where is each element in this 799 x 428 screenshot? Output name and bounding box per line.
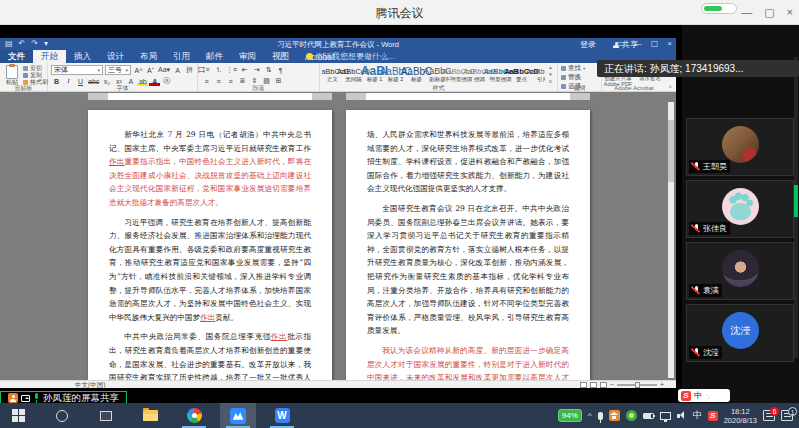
sign-in-button[interactable]: 登录 <box>580 38 596 51</box>
ribbon-tab[interactable]: 邮件 <box>198 50 231 63</box>
shrink-font-button[interactable]: Aˇ <box>145 65 156 75</box>
ribbon-tab[interactable]: 审阅 <box>231 50 264 63</box>
numbering-button[interactable]: ⒈ <box>213 65 224 75</box>
tell-me-search[interactable]: 告诉我您想要做什么... <box>306 50 395 63</box>
paste-button[interactable]: 粘贴 <box>3 65 21 85</box>
collapse-ribbon-button[interactable]: ˄ <box>668 84 672 90</box>
replace-button[interactable]: 替换 <box>561 74 601 82</box>
task-view-button[interactable] <box>88 403 124 428</box>
bullets-button[interactable]: ⁚≡ <box>201 65 212 75</box>
font-size-combo[interactable]: 三号▾ <box>105 65 131 75</box>
zoom-out-button[interactable]: − <box>610 381 614 389</box>
battery-percent-badge[interactable]: 94% <box>558 409 582 422</box>
decrease-indent-button[interactable]: ⇤ <box>239 65 250 75</box>
start-button[interactable] <box>0 403 36 428</box>
increase-indent-button[interactable]: ⇥ <box>251 65 262 75</box>
toggle-on-indicator <box>704 6 722 11</box>
notification-icon[interactable]: 6 <box>763 410 775 421</box>
meeting-minimize-button[interactable]: — <box>741 7 752 18</box>
sogou-input-bar[interactable]: S 中 ·, <box>678 389 730 402</box>
tray-volume-icon[interactable] <box>677 411 687 420</box>
document-scrollbar[interactable] <box>668 102 674 378</box>
styles-gallery-up-button[interactable]: ▴ <box>549 65 552 70</box>
show-marks-button[interactable]: ¶ <box>275 65 286 75</box>
ribbon-tab[interactable]: 文件 <box>0 50 33 63</box>
customize-qat-button[interactable]: ▾ <box>44 40 48 48</box>
ime-indicator[interactable]: 中 <box>693 409 702 422</box>
zoom-in-button[interactable]: + <box>660 381 664 389</box>
redo-button[interactable]: ↷ <box>31 40 38 48</box>
word-close-button[interactable]: × <box>667 40 672 48</box>
action-center-icon[interactable]: 1 <box>781 410 793 421</box>
ribbon-tab[interactable]: 设计 <box>99 50 132 63</box>
quick-access-toolbar: ▤↶↷▾ <box>5 38 48 50</box>
sort-button[interactable]: ⇅ <box>263 65 274 75</box>
tencent-meeting-icon <box>230 408 246 424</box>
read-mode-button[interactable] <box>580 382 587 388</box>
word-restore-button[interactable]: ▢ <box>651 40 659 48</box>
participant-tile[interactable]: 张佳良 <box>686 180 794 238</box>
cortana-button[interactable] <box>44 403 80 428</box>
clock[interactable]: 18:12 2020/8/13 <box>724 407 757 425</box>
tray-app-icon[interactable] <box>609 410 620 421</box>
system-tray: 94% ^ 中 S 18:12 2020/8/13 6 1 <box>558 403 799 428</box>
ime-tools[interactable]: ·, <box>706 392 710 399</box>
meeting-maximize-button[interactable]: ▢ <box>764 7 774 18</box>
tray-network-display-icon[interactable] <box>660 412 671 420</box>
now-speaking-banner: 正在讲话: 孙凤莲; 173419693... <box>597 60 799 77</box>
ribbon-tab[interactable]: 布局 <box>132 50 165 63</box>
share-button[interactable]: 共享 <box>613 38 638 51</box>
document-canvas[interactable]: 新华社北京 7 月 29 日电（记者胡浩）中共中央总书记、国家主席、中央军委主席… <box>0 101 676 380</box>
meeting-close-button[interactable]: × <box>787 7 793 18</box>
lightbulb-icon <box>306 53 313 60</box>
language-status[interactable]: 中文(中国) <box>75 381 105 389</box>
tray-green-app-icon[interactable] <box>626 410 637 421</box>
document-page-right[interactable]: 场、人民群众需求和世界科技发展等最前沿，培养适应多领域需要的人才，深化研究生培养… <box>346 110 590 380</box>
web-layout-button[interactable] <box>600 382 607 388</box>
browser-button[interactable] <box>176 403 212 428</box>
style-item[interactable]: AaBbCcD引用 <box>532 64 545 84</box>
find-button[interactable]: 查找▾ <box>561 65 601 73</box>
ribbon-tab[interactable]: 插入 <box>66 50 99 63</box>
sidebar-scrollbar[interactable] <box>794 57 798 358</box>
sogou-logo-icon[interactable]: S <box>681 391 691 401</box>
ribbon-tab[interactable]: 引用 <box>165 50 198 63</box>
mic-muted-icon <box>692 348 701 357</box>
styles-gallery-down-button[interactable]: ▾ <box>549 72 552 77</box>
participant-tile[interactable]: 王朝昊 <box>686 118 794 176</box>
multilevel-list-button[interactable]: ⋮≡ <box>225 65 238 75</box>
clear-formatting-button[interactable]: A <box>172 65 183 75</box>
paste-icon <box>6 65 18 79</box>
scrollbar-thumb[interactable] <box>668 120 674 182</box>
tencent-meeting-button[interactable] <box>220 403 256 428</box>
wps-button[interactable]: W <box>264 403 300 428</box>
grow-font-button[interactable]: A^ <box>133 65 144 75</box>
sidebar-scrollbar-thumb[interactable] <box>794 185 798 217</box>
file-explorer-button[interactable] <box>132 403 168 428</box>
document-page-left[interactable]: 新华社北京 7 月 29 日电（记者胡浩）中共中央总书记、国家主席、中央军委主席… <box>88 110 332 380</box>
ime-mode-indicator[interactable]: 中 <box>694 390 703 402</box>
wps-icon: W <box>275 408 290 423</box>
styles-gallery-more-button[interactable]: ≡ <box>549 79 552 84</box>
sogou-tray-icon[interactable]: S <box>708 411 718 421</box>
ribbon-tab[interactable]: 视图 <box>264 50 297 63</box>
styles-group: AaBbCcD正文AaBbCcD无间隔AaBl标题 1AaBbC标题 2AaBb… <box>320 63 558 91</box>
meeting-share-toggle[interactable] <box>701 3 737 14</box>
participant-name-pill: 张佳良 <box>689 222 730 235</box>
ribbon-tab[interactable]: 开始 <box>33 50 66 63</box>
tray-battery-icon[interactable] <box>643 413 654 419</box>
phonetic-guide-button[interactable]: 拼 <box>184 65 195 75</box>
print-layout-button[interactable] <box>590 382 597 388</box>
font-name-combo[interactable]: 宋体▾ <box>51 65 103 75</box>
change-case-button[interactable]: Aa▾ <box>157 65 171 75</box>
zoom-slider-knob[interactable] <box>635 382 640 388</box>
participant-tile[interactable]: 沈滢 沈滢 <box>686 304 794 362</box>
horizontal-ruler[interactable] <box>0 92 676 101</box>
hidden-icons-chevron[interactable]: ^ <box>588 411 592 420</box>
tray-mic-icon[interactable] <box>598 412 603 420</box>
zoom-slider[interactable] <box>617 384 657 386</box>
word-titlebar: ▤↶↷▾ 习近平时代网上教育工作会议 - Word ▭—▢× <box>0 38 676 50</box>
participant-tile[interactable]: 袁满 <box>686 242 794 300</box>
save-button[interactable]: ▤ <box>5 40 13 48</box>
undo-button[interactable]: ↶ <box>19 40 26 48</box>
